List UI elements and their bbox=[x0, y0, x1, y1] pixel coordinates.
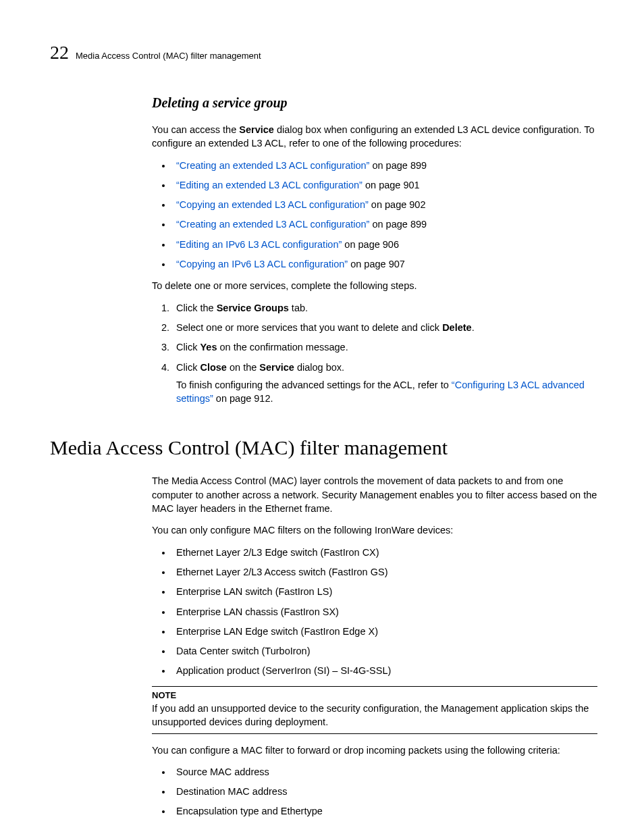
h1-heading-wrap: Media Access Control (MAC) filter manage… bbox=[50, 434, 597, 462]
xref-link[interactable]: “Editing an IPv6 L3 ACL configuration” bbox=[176, 239, 342, 250]
chapter-number: 22 bbox=[50, 39, 69, 66]
page-header: 22 Media Access Control (MAC) filter man… bbox=[50, 39, 594, 66]
list-item: Enterprise LAN switch (FastIron LS) bbox=[172, 585, 597, 598]
step-2: Select one or more services that you wan… bbox=[172, 321, 597, 334]
list-item: “Creating an extended L3 ACL configurati… bbox=[172, 159, 597, 172]
xref-link[interactable]: “Copying an IPv6 L3 ACL configuration” bbox=[176, 259, 348, 269]
service-bold: Service bbox=[239, 124, 274, 135]
xref-link[interactable]: “Creating an extended L3 ACL configurati… bbox=[176, 160, 369, 171]
device-list: Ethernet Layer 2/L3 Edge switch (FastIro… bbox=[172, 546, 597, 678]
step-1: Click the Service Groups tab. bbox=[172, 301, 597, 315]
note-label: NOTE bbox=[152, 687, 597, 702]
intro-paragraph: You can access the Service dialog box wh… bbox=[152, 123, 597, 151]
criteria-list: Source MAC address Destination MAC addre… bbox=[172, 765, 597, 818]
list-item: Source MAC address bbox=[172, 765, 597, 779]
list-item: Encapsulation type and Ethertype bbox=[172, 804, 597, 818]
mac-para-3: You can configure a MAC filter to forwar… bbox=[152, 744, 597, 757]
mac-para-1: The Media Access Control (MAC) layer con… bbox=[152, 474, 597, 515]
page-content: Deleting a service group You can access … bbox=[152, 93, 597, 827]
header-title: Media Access Control (MAC) filter manage… bbox=[76, 50, 261, 62]
list-item: “Copying an extended L3 ACL configuratio… bbox=[172, 198, 597, 211]
list-item: Ethernet Layer 2/L3 Access switch (FastI… bbox=[172, 565, 597, 579]
list-item: Data Center switch (TurboIron) bbox=[172, 644, 597, 658]
xref-link[interactable]: “Creating an extended L3 ACL configurati… bbox=[176, 219, 369, 230]
note-block: NOTE If you add an unsupported device to… bbox=[152, 686, 597, 734]
list-item: Ethernet Layer 2/L3 Edge switch (FastIro… bbox=[172, 546, 597, 559]
procedure-steps: Click the Service Groups tab. Select one… bbox=[172, 301, 597, 406]
list-item: “Editing an IPv6 L3 ACL configuration” o… bbox=[172, 238, 597, 251]
step-4: Click Close on the Service dialog box. T… bbox=[172, 361, 597, 406]
steps-intro: To delete one or more services, complete… bbox=[152, 279, 597, 292]
list-item: Enterprise LAN chassis (FastIron SX) bbox=[172, 605, 597, 619]
step-3: Click Yes on the confirmation message. bbox=[172, 340, 597, 354]
xref-link-list: “Creating an extended L3 ACL configurati… bbox=[172, 159, 597, 271]
list-item: Application product (ServerIron (SI) – S… bbox=[172, 664, 597, 677]
list-item: “Creating an extended L3 ACL configurati… bbox=[172, 217, 597, 231]
list-item: Destination MAC address bbox=[172, 785, 597, 798]
list-item: “Editing an extended L3 ACL configuratio… bbox=[172, 178, 597, 192]
list-item: “Copying an IPv6 L3 ACL configuration” o… bbox=[172, 257, 597, 271]
xref-link[interactable]: “Editing an extended L3 ACL configuratio… bbox=[176, 180, 363, 190]
mac-para-2: You can only configure MAC filters on th… bbox=[152, 523, 597, 537]
section-heading-mac: Media Access Control (MAC) filter manage… bbox=[50, 434, 597, 462]
note-body: If you add an unsupported device to the … bbox=[152, 702, 597, 734]
step-4-sub: To finish configuring the advanced setti… bbox=[176, 378, 597, 406]
list-item: Enterprise LAN Edge switch (FastIron Edg… bbox=[172, 625, 597, 638]
section-heading-deleting: Deleting a service group bbox=[152, 93, 597, 112]
xref-link[interactable]: “Copying an extended L3 ACL configuratio… bbox=[176, 199, 369, 210]
